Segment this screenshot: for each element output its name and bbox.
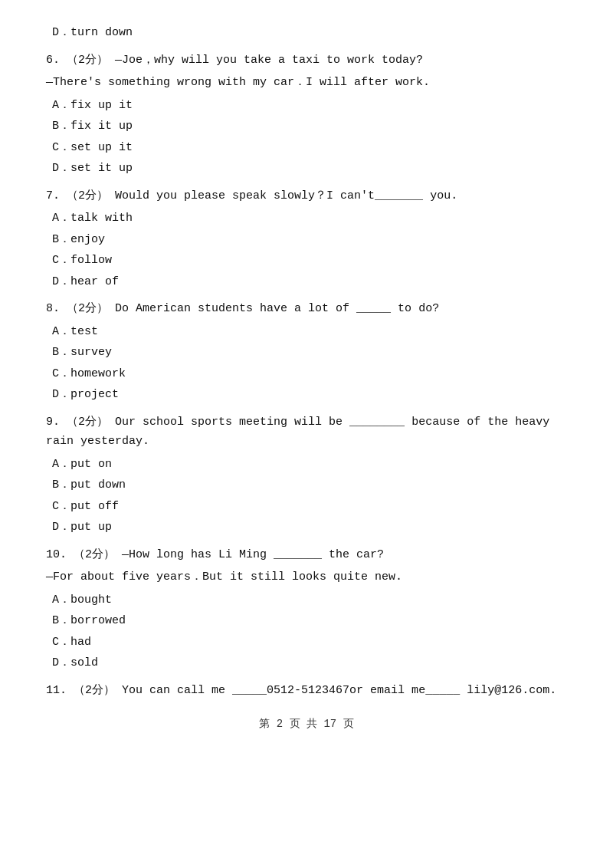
q6-option-d: D．set it up <box>46 159 567 179</box>
question-11-number: 11. <box>46 684 67 697</box>
option-d-turn-down: D．turn down <box>46 23 567 43</box>
question-10-points: （2分） <box>74 548 115 561</box>
question-11-text: 11. （2分） You can call me _____0512-51234… <box>46 681 567 701</box>
q7-option-b: B．enjoy <box>46 230 567 250</box>
question-8-body: Do American students have a lot of _____… <box>115 302 439 315</box>
question-8-text: 8. （2分） Do American students have a lot … <box>46 299 567 319</box>
q10-option-b: B．borrowed <box>46 611 567 631</box>
q6-option-a: A．fix up it <box>46 96 567 116</box>
q7-option-d: D．hear of <box>46 272 567 292</box>
q7-option-a: A．talk with <box>46 209 567 229</box>
q6-option-b: B．fix it up <box>46 117 567 136</box>
q8-option-d: D．project <box>46 385 567 405</box>
question-11: 11. （2分） You can call me _____0512-51234… <box>46 681 567 701</box>
page-footer: 第 2 页 共 17 页 <box>46 715 567 734</box>
q9-option-b: B．put down <box>46 475 567 495</box>
q8-option-a: A．test <box>46 322 567 342</box>
question-8-number: 8. <box>46 302 60 315</box>
question-6-dialogue: —There's something wrong with my car．I w… <box>46 73 567 93</box>
question-6-body: —Joe，why will you take a taxi to work to… <box>115 54 423 67</box>
question-9-number: 9. <box>46 416 60 429</box>
q8-option-c: C．homework <box>46 364 567 384</box>
option-text: D．turn down <box>46 23 567 43</box>
question-10-body: —How long has Li Ming _______ the car? <box>122 548 384 561</box>
q8-option-b: B．survey <box>46 343 567 363</box>
question-8: 8. （2分） Do American students have a lot … <box>46 299 567 405</box>
question-7-text: 7. （2分） Would you please speak slowly？I … <box>46 186 567 206</box>
q10-option-d: D．sold <box>46 653 567 673</box>
question-10-dialogue: —For about five years．But it still looks… <box>46 567 567 587</box>
question-6-number: 6. <box>46 54 60 67</box>
question-9-text: 9. （2分） Our school sports meeting will b… <box>46 413 567 452</box>
question-11-points: （2分） <box>74 684 115 697</box>
question-10-text: 10. （2分） —How long has Li Ming _______ t… <box>46 545 567 565</box>
question-11-body: You can call me _____0512-5123467or emai… <box>122 684 556 697</box>
question-10: 10. （2分） —How long has Li Ming _______ t… <box>46 545 567 673</box>
question-6-text: 6. （2分） —Joe，why will you take a taxi to… <box>46 51 567 71</box>
q9-option-c: C．put off <box>46 497 567 517</box>
question-7-points: （2分） <box>67 189 108 202</box>
question-8-points: （2分） <box>67 302 108 315</box>
question-9-body: Our school sports meeting will be ______… <box>46 416 549 449</box>
q7-option-c: C．follow <box>46 251 567 271</box>
question-7: 7. （2分） Would you please speak slowly？I … <box>46 186 567 292</box>
question-6: 6. （2分） —Joe，why will you take a taxi to… <box>46 51 567 179</box>
q10-option-a: A．bought <box>46 590 567 610</box>
q9-option-a: A．put on <box>46 455 567 475</box>
question-6-points: （2分） <box>67 54 108 67</box>
question-7-number: 7. <box>46 189 60 202</box>
footer-text: 第 2 页 共 17 页 <box>259 718 353 730</box>
question-10-number: 10. <box>46 548 67 561</box>
question-7-body: Would you please speak slowly？I can't___… <box>115 189 457 202</box>
q10-option-c: C．had <box>46 633 567 653</box>
question-9: 9. （2分） Our school sports meeting will b… <box>46 413 567 538</box>
q6-option-c: C．set up it <box>46 138 567 158</box>
question-9-points: （2分） <box>67 416 108 429</box>
q9-option-d: D．put up <box>46 518 567 538</box>
